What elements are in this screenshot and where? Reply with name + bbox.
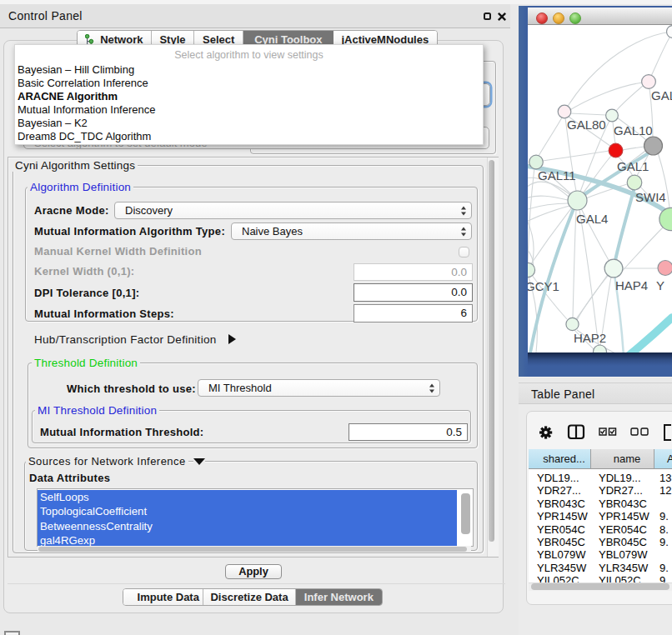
svg-text:GAL10: GAL10 [614, 123, 653, 138]
svg-text:Y: Y [656, 278, 664, 292]
svg-text:GCY1: GCY1 [528, 279, 559, 293]
svg-text:GAL11: GAL11 [538, 168, 576, 182]
svg-text:HAP2: HAP2 [574, 331, 606, 345]
svg-text:GAL80: GAL80 [567, 118, 606, 132]
svg-text:SWI4: SWI4 [635, 190, 666, 204]
svg-text:GAL4: GAL4 [576, 212, 608, 226]
svg-text:GAL1: GAL1 [617, 159, 649, 173]
svg-text:GAL7: GAL7 [651, 88, 672, 102]
svg-text:HAP4: HAP4 [615, 278, 648, 292]
